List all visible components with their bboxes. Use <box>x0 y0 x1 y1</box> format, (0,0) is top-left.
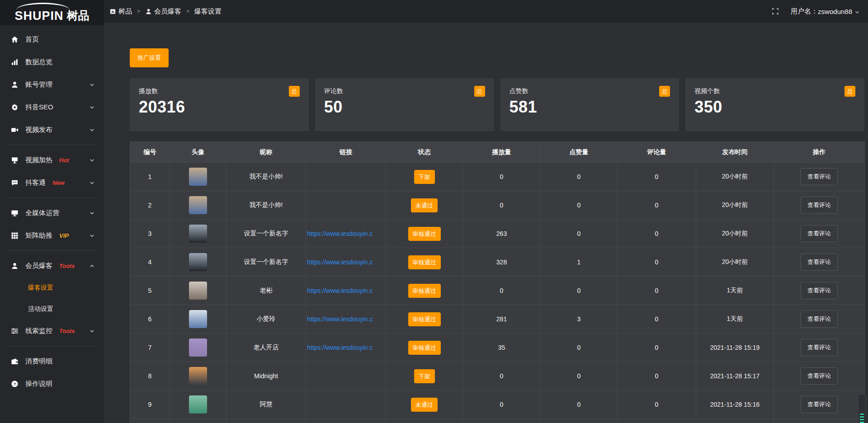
cell-likes: 0 <box>541 220 618 248</box>
sidebar-item-label: 数据总览 <box>25 58 52 66</box>
cell-plays: 0 <box>463 390 541 419</box>
stat-card-value: 50 <box>324 98 485 117</box>
sidebar-item-tag: Hot <box>59 157 69 164</box>
cell-plays: 0 <box>463 163 541 191</box>
table-row: 5 老彬 https://www.iesdouyin.c 审核通过 0 0 0 … <box>130 277 865 305</box>
cell-comments <box>618 419 696 423</box>
logo-text-en: SHUPIN <box>14 9 63 24</box>
view-comments-button[interactable]: 查看评论 <box>801 254 838 271</box>
cell-time <box>696 419 774 423</box>
sidebar-item-label: 全媒体运营 <box>25 209 59 217</box>
stat-card-评论数: 评论数 总 50 <box>315 78 494 131</box>
cell-no: 3 <box>130 220 170 248</box>
promo-settings-button[interactable]: 推广设置 <box>130 48 169 67</box>
total-badge: 总 <box>474 86 485 97</box>
sidebar-item-账号管理[interactable]: 账号管理 <box>0 73 104 96</box>
cell-no: 4 <box>130 248 170 277</box>
stat-cards: 播放数 总 20316 评论数 总 50 点赞数 总 581 视频个数 总 35… <box>130 78 864 131</box>
user-icon <box>11 81 19 89</box>
sidebar-item-视频加热[interactable]: 视频加热 Hot <box>0 149 104 171</box>
logo[interactable]: SHUPIN 树品 <box>0 0 104 25</box>
breadcrumb-item-会员爆客[interactable]: 会员爆客 <box>145 7 181 16</box>
view-comments-button[interactable]: 查看评论 <box>801 339 838 356</box>
sidebar-item-抖音SEO[interactable]: 抖音SEO <box>0 96 104 118</box>
cell-likes <box>541 419 618 423</box>
row-link[interactable]: https://www.iesdouyin.c <box>306 230 386 237</box>
cell-time: 20小时前 <box>696 220 774 248</box>
cell-no: 2 <box>130 191 170 220</box>
cell-plays: 0 <box>463 362 541 390</box>
scrollbar[interactable] <box>858 394 866 423</box>
sidebar-item-会员爆客[interactable]: 会员爆客 Tools <box>0 254 104 277</box>
view-comments-button[interactable]: 查看评论 <box>801 197 838 214</box>
column-header-链接: 链接 <box>306 142 386 163</box>
view-comments-button[interactable]: 查看评论 <box>801 310 838 328</box>
breadcrumb-label: 会员爆客 <box>154 7 181 16</box>
breadcrumb-label: 树品 <box>118 7 132 16</box>
stat-card-播放数: 播放数 总 20316 <box>130 78 309 131</box>
row-link[interactable]: https://www.iesdouyin.c <box>306 287 386 294</box>
avatar <box>189 253 207 271</box>
status-badge: 审核通过 <box>408 341 441 355</box>
cell-nickname: 设置一个新名字 <box>226 220 306 248</box>
cell-no: 8 <box>130 362 170 390</box>
chevron-down-icon <box>89 157 95 163</box>
scrollbar-thumb[interactable] <box>860 414 864 423</box>
view-comments-button[interactable]: 查看评论 <box>801 396 838 413</box>
stat-card-label: 视频个数 <box>694 86 720 95</box>
cell-time: 20小时前 <box>696 163 774 191</box>
cell-time: 1天前 <box>696 305 774 334</box>
cell-plays: 328 <box>463 248 541 277</box>
gear-icon <box>11 103 19 111</box>
sidebar-item-label: 视频加热 <box>25 156 52 164</box>
status-badge: 未通过 <box>411 198 438 212</box>
user-menu[interactable]: 用户名： zswodun88 <box>791 7 860 16</box>
video-icon <box>11 126 19 134</box>
home-icon <box>11 36 19 43</box>
chevron-down-icon <box>89 104 95 110</box>
sidebar-item-label: 消费明细 <box>25 357 52 366</box>
fullscreen-icon[interactable] <box>772 8 779 15</box>
stat-card-label: 评论数 <box>324 86 343 95</box>
status-badge: 审核通过 <box>408 312 441 326</box>
view-comments-button[interactable]: 查看评论 <box>801 367 838 385</box>
cell-comments: 0 <box>618 277 696 305</box>
cell-time: 2021-11-28 15:17 <box>696 362 774 390</box>
chevron-down-icon <box>89 210 95 216</box>
sidebar-subitem-爆客设置[interactable]: 爆客设置 <box>0 277 104 298</box>
sidebar-item-抖客通[interactable]: 抖客通 New <box>0 171 104 194</box>
view-comments-button[interactable]: 查看评论 <box>801 168 838 185</box>
sidebar-item-首页[interactable]: 首页 <box>0 28 104 51</box>
app-icon <box>109 8 116 15</box>
sidebar-item-视频发布[interactable]: 视频发布 <box>0 118 104 141</box>
view-comments-button[interactable]: 查看评论 <box>801 225 838 242</box>
table-body: 1 我不是小帅! 下架 0 0 0 20小时前 查看评论 2 我不是小帅! 未通… <box>130 163 865 423</box>
sidebar-subitem-活动设置[interactable]: 活动设置 <box>0 298 104 320</box>
sidebar-item-全媒体运营[interactable]: 全媒体运营 <box>0 202 104 224</box>
breadcrumb-item-树品[interactable]: 树品 <box>109 7 132 16</box>
cell-no: 6 <box>130 305 170 334</box>
sidebar-item-label: 矩阵助推 <box>25 231 52 240</box>
sidebar-item-消费明细[interactable]: 消费明细 <box>0 350 104 372</box>
sidebar-item-label: 账号管理 <box>25 80 52 89</box>
view-comments-button[interactable]: 查看评论 <box>801 282 838 299</box>
column-header-操作: 操作 <box>774 142 865 163</box>
chevron-up-icon <box>89 263 95 269</box>
svg-text:?: ? <box>14 381 16 386</box>
cell-nickname: 设置一个新名字 <box>226 248 306 277</box>
row-link[interactable]: https://www.iesdouyin.c <box>306 258 386 266</box>
heat-icon <box>11 156 19 164</box>
sidebar-item-线索监控[interactable]: 线索监控 Tools <box>0 320 104 342</box>
row-link[interactable]: https://www.iesdouyin.c <box>306 344 386 351</box>
cell-likes: 0 <box>541 191 618 220</box>
sidebar-item-数据总览[interactable]: 数据总览 <box>0 51 104 73</box>
avatar <box>189 225 207 243</box>
cell-nickname: 我不是小帅! <box>226 191 306 220</box>
stat-card-value: 350 <box>694 98 855 117</box>
table-row: 7 老人开店 https://www.iesdouyin.c 审核通过 35 0… <box>130 334 865 362</box>
sidebar-item-操作说明[interactable]: ? 操作说明 <box>0 372 104 395</box>
cell-no: 10 <box>130 419 170 423</box>
cell-comments: 0 <box>618 248 696 277</box>
sidebar-item-矩阵助推[interactable]: 矩阵助推 VIP <box>0 224 104 247</box>
row-link[interactable]: https://www.iesdouyin.c <box>306 315 386 323</box>
